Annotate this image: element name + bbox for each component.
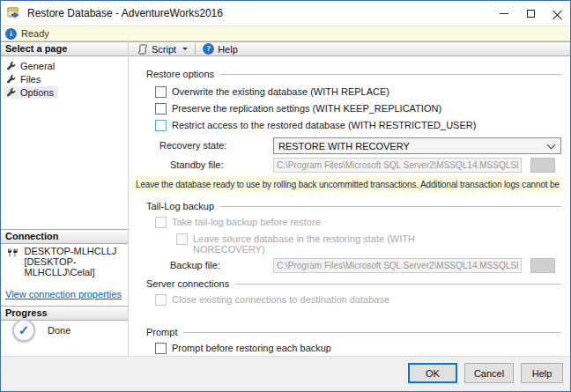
preserve-replication-checkbox[interactable] <box>155 103 167 115</box>
help-button[interactable]: Help <box>521 363 563 383</box>
help-icon: ? <box>203 43 214 55</box>
connection-header: Connection <box>1 229 128 244</box>
connection-text: DESKTOP-MLHCLLJ [DESKTOP-MLHCLLJ\Celal] <box>25 246 129 277</box>
connection-info: DESKTOP-MLHCLLJ [DESKTOP-MLHCLLJ\Celal] <box>7 246 128 277</box>
overwrite-checkbox-label: Overwrite the existing database (WITH RE… <box>172 86 389 98</box>
page-list: General Files Options <box>4 60 58 100</box>
prompt-checkbox-row: Prompt before restoring each backup <box>155 343 570 355</box>
recovery-state-label: Recovery state: <box>159 140 226 151</box>
script-icon <box>138 44 148 55</box>
window-controls <box>491 1 570 26</box>
take-tail-log-checkbox <box>155 217 167 228</box>
recovery-state-select[interactable]: RESTORE WITH RECOVERY <box>273 137 561 154</box>
sidebar-item-label: Files <box>20 74 41 85</box>
toolbar-separator <box>195 44 196 55</box>
close-button[interactable] <box>544 1 570 26</box>
help-toolbar-button[interactable]: ? Help <box>199 42 241 55</box>
standby-file-input[interactable] <box>273 158 522 173</box>
script-dropdown-caret-icon <box>182 48 188 50</box>
maximize-icon <box>527 10 535 18</box>
cancel-button[interactable]: Cancel <box>464 363 514 383</box>
script-button[interactable]: Script <box>135 42 191 55</box>
recovery-state-note: Leave the database ready to use by rolli… <box>132 176 563 193</box>
group-divider <box>235 284 561 285</box>
sidebar: Select a page General Files Options Conn… <box>1 41 129 356</box>
close-icon <box>552 9 562 18</box>
info-icon: i <box>5 28 17 40</box>
sidebar-item-label: General <box>20 61 55 71</box>
recovery-state-note-text: Leave the database ready to use by rolli… <box>136 180 560 189</box>
backup-file-browse-button <box>530 258 555 273</box>
progress-status-text: Done <box>48 325 70 336</box>
minimize-icon <box>500 13 508 14</box>
close-connections-checkbox-label: Close existing connections to destinatio… <box>172 294 389 306</box>
standby-file-browse-button[interactable] <box>530 158 555 173</box>
restrict-access-checkbox-label: Restrict access to the restored database… <box>172 120 476 131</box>
backup-file-label: Backup file: <box>170 260 220 270</box>
sidebar-item-files[interactable]: Files <box>4 73 58 85</box>
restrict-access-checkbox[interactable] <box>155 120 167 131</box>
tail-log-group-header: Tail-Log backup <box>146 200 561 211</box>
group-title: Tail-Log backup <box>146 201 214 211</box>
leave-source-checkbox-row: Leave source database in the restoring s… <box>176 233 570 255</box>
close-connections-checkbox-row: Close existing connections to destinatio… <box>155 294 570 307</box>
progress-status-row: ✓ Done <box>12 319 70 342</box>
group-divider <box>220 206 561 207</box>
restore-database-dialog: Restore Database - AdventureWorks2016 i … <box>0 0 571 392</box>
restore-database-app-icon <box>7 6 21 20</box>
options-page-content: Restore options Overwrite the existing d… <box>129 56 570 356</box>
wrench-icon <box>6 62 16 71</box>
backup-file-input <box>273 258 522 273</box>
restore-options-group-header: Restore options <box>146 56 561 79</box>
close-connections-checkbox <box>155 294 167 306</box>
wrench-icon <box>6 75 16 85</box>
connection-server: DESKTOP-MLHCLLJ <box>25 246 129 256</box>
overwrite-checkbox[interactable] <box>155 86 167 98</box>
backup-file-row: Backup file: <box>129 257 570 274</box>
take-tail-log-checkbox-label: Take tail-log backup before restore <box>172 217 321 228</box>
standby-file-label: Standby file: <box>170 159 224 170</box>
group-title: Server connections <box>146 278 229 289</box>
leave-source-checkbox-label: Leave source database in the restoring s… <box>193 233 435 255</box>
minimize-button[interactable] <box>491 1 517 26</box>
recovery-state-row: Recovery state: RESTORE WITH RECOVERY <box>129 137 570 154</box>
dialog-footer: OK Cancel Help <box>1 356 570 391</box>
main-pane: Script ? Help Restore options Overwrit <box>129 41 570 356</box>
standby-file-row: Standby file: <box>129 157 570 174</box>
toolbar: Script ? Help <box>129 41 570 56</box>
view-connection-properties-link[interactable]: View connection properties <box>5 289 122 300</box>
chevron-down-icon <box>547 140 556 149</box>
leave-source-checkbox <box>176 233 188 245</box>
group-title: Prompt <box>146 327 177 337</box>
group-divider <box>183 332 561 333</box>
restrict-access-checkbox-row: Restrict access to the restored database… <box>155 120 570 132</box>
recovery-state-value: RESTORE WITH RECOVERY <box>278 141 548 152</box>
prompt-checkbox[interactable] <box>155 343 167 354</box>
title-bar: Restore Database - AdventureWorks2016 <box>1 1 570 26</box>
wrench-icon <box>6 88 16 98</box>
done-check-icon: ✓ <box>12 319 35 342</box>
server-connections-group-header: Server connections <box>146 277 561 289</box>
maximize-button[interactable] <box>517 1 544 26</box>
overwrite-checkbox-row: Overwrite the existing database (WITH RE… <box>155 86 570 99</box>
group-divider <box>220 74 561 75</box>
take-tail-log-checkbox-row: Take tail-log backup before restore <box>155 217 570 229</box>
connection-user: [DESKTOP-MLHCLLJ\Celal] <box>25 256 129 277</box>
script-button-label: Script <box>152 44 176 55</box>
status-bar: i Ready <box>1 26 570 41</box>
help-button-label: Help <box>218 44 238 55</box>
preserve-replication-checkbox-row: Preserve the replication settings (WITH … <box>155 103 570 115</box>
group-title: Restore options <box>146 69 214 79</box>
sidebar-item-label: Options <box>20 87 54 98</box>
prompt-group-header: Prompt <box>146 326 561 337</box>
sidebar-item-options[interactable]: Options <box>4 86 58 99</box>
sidebar-item-general[interactable]: General <box>4 60 58 72</box>
window-title: Restore Database - AdventureWorks2016 <box>27 7 491 19</box>
dialog-body: Select a page General Files Options Conn… <box>1 41 570 356</box>
preserve-replication-checkbox-label: Preserve the replication settings (WITH … <box>172 103 441 115</box>
prompt-checkbox-label: Prompt before restoring each backup <box>172 343 331 354</box>
server-connection-icon <box>7 247 19 259</box>
status-text: Ready <box>21 28 49 39</box>
select-a-page-header: Select a page <box>1 41 128 56</box>
ok-button[interactable]: OK <box>408 363 457 383</box>
